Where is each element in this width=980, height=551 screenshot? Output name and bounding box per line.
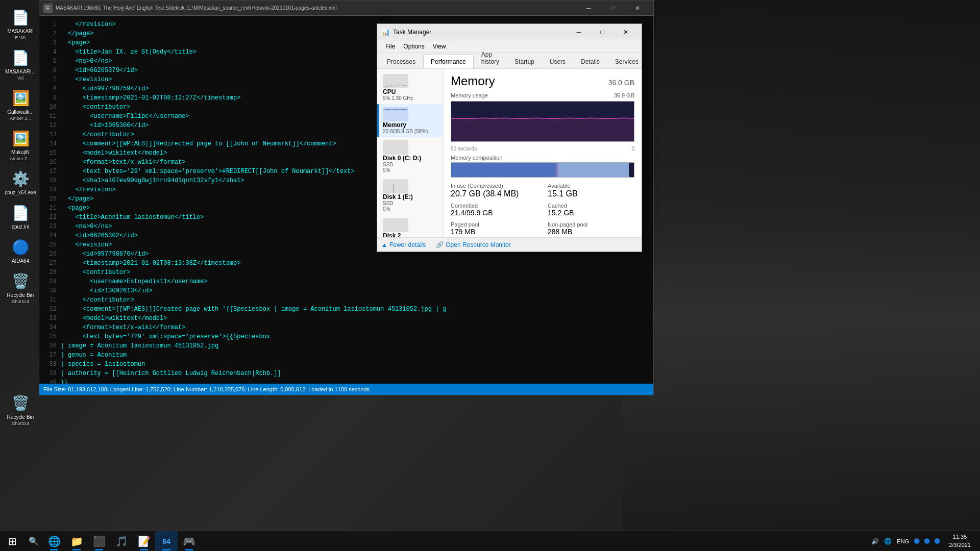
sidebar-item-disk1[interactable]: Disk 1 (E:) SSD 0% xyxy=(377,176,443,215)
mukujin-label: MukujiNAmber 2... xyxy=(10,149,31,162)
taskbar-app-explorer[interactable]: 📁 xyxy=(65,531,88,552)
sidebar-disk1-usage: 0% xyxy=(383,206,439,212)
menu-item-view[interactable]: View xyxy=(429,42,450,51)
desktop-icon-mukujin[interactable]: 🖼️ MukujiNAmber 2... xyxy=(2,126,39,164)
desktop-icon-cpuz[interactable]: 📄 cpuz.ini xyxy=(2,201,39,232)
editor-maximize-button[interactable]: □ xyxy=(601,1,625,16)
tab-details[interactable]: Details xyxy=(573,55,607,68)
code-line: 38| species = lasiostomun xyxy=(45,360,647,369)
task-manager-menu-bar: File Options View xyxy=(377,40,642,53)
task-manager-window-controls: ─ □ ✕ xyxy=(567,24,638,40)
taskbar-app-notepad[interactable]: 📝 xyxy=(133,531,155,552)
aida64-label: AIDA64 xyxy=(12,258,29,264)
systray-volume[interactable]: 🔊 xyxy=(869,538,881,545)
taskbar-search-button[interactable]: 🔍 xyxy=(24,531,43,552)
task-manager-maximize-button[interactable]: □ xyxy=(591,24,614,40)
tab-app-history[interactable]: App history xyxy=(474,47,507,68)
taskbar-app-edge[interactable]: 🌐 xyxy=(43,531,65,552)
taskbar: ⊞ 🔍 🌐 📁 ⬛ 🎵 📝 64 xyxy=(0,531,980,551)
tab-services[interactable]: Services xyxy=(607,55,646,68)
cpuz-label: cpuz.ini xyxy=(12,224,29,230)
desktop-icon-masakari-2[interactable]: 📄 MASAKARI...Vol xyxy=(2,45,39,83)
tab-users[interactable]: Users xyxy=(542,55,573,68)
game-indicator xyxy=(162,549,170,550)
gallowalk-icon: 🖼️ xyxy=(10,88,31,108)
code-line: 30 <id>13092613</id> xyxy=(45,286,647,295)
tab-performance[interactable]: Performance xyxy=(423,55,474,68)
desktop-icon-masakari-1[interactable]: 📄 MASAKARIE:\M\ xyxy=(2,5,39,43)
memory-usage-graph-container xyxy=(451,101,634,142)
recycle-bin-label: Recycle BinShortcut xyxy=(7,414,34,427)
sidebar-disk0-label: Disk 0 (C: D:) xyxy=(383,155,439,162)
task-manager-window: 📊 Task Manager ─ □ ✕ File Options View P… xyxy=(377,23,642,252)
taskbar-app-media[interactable]: 🎵 xyxy=(110,531,133,552)
memory-time-label: 60 seconds xyxy=(451,146,477,152)
code-line: 34 <format>text/x-wiki</format> xyxy=(45,323,647,332)
open-resource-monitor-link[interactable]: 🔗 Open Resource Monitor xyxy=(436,241,510,248)
sidebar-item-disk2[interactable]: Disk 2 Removable 0% xyxy=(377,215,443,237)
code-line: 40}} xyxy=(45,378,647,384)
svg-rect-2 xyxy=(383,140,408,155)
sidebar-disk0-type: SSD xyxy=(383,162,439,167)
tab-startup[interactable]: Startup xyxy=(507,55,542,68)
systray-lang[interactable]: ENG xyxy=(895,538,911,544)
systray-extra1[interactable]: 🔵 xyxy=(912,538,921,544)
sidebar-memory-label: Memory xyxy=(383,121,439,129)
sidebar-cpu-label: CPU xyxy=(383,88,439,95)
systray-network[interactable]: 🌐 xyxy=(882,538,894,545)
cached-label: Cached xyxy=(548,203,634,209)
code-line: 39| authority = [[Heinrich Gottlieb Ludw… xyxy=(45,369,647,378)
fewer-details-button[interactable]: ▲ Fewer details xyxy=(381,241,426,248)
memory-header: Memory 36.0 GB xyxy=(451,74,634,88)
composition-bar xyxy=(451,162,634,178)
sidebar-disk0-usage: 0% xyxy=(383,167,439,173)
task-manager-icon: 📊 xyxy=(381,28,390,36)
sidebar-item-cpu[interactable]: CPU 9% 1.30 GHz xyxy=(377,71,443,104)
memory-time-zero: 0 xyxy=(631,146,634,152)
stat-in-use: In use (Compressed) 20.7 GB (38.4 MB) xyxy=(451,183,537,198)
menu-item-options[interactable]: Options xyxy=(399,42,428,51)
task-manager-tabs: Processes Performance App history Startu… xyxy=(377,53,642,69)
extra-indicator xyxy=(185,549,193,550)
stat-non-paged-pool: Non-paged pool 288 MB xyxy=(548,221,634,236)
desktop-icon-aida64[interactable]: 🔵 AIDA64 xyxy=(2,235,39,266)
paged-pool-value: 179 MB xyxy=(451,228,537,236)
stat-committed: Committed 21.4/99.9 GB xyxy=(451,203,537,217)
desktop-icon-gallowalk[interactable]: 🖼️ Gallowalk...Amber 2... xyxy=(2,86,39,123)
sidebar-disk2-label: Disk 2 xyxy=(383,232,439,237)
systray-extra2[interactable]: 🔵 xyxy=(922,538,932,544)
taskbar-clock[interactable]: 11:35 2/3/2021 xyxy=(944,533,976,549)
code-line: 27 <timestamp>2021-01-02T08:13:38Z</time… xyxy=(45,259,647,268)
aida64-icon: 🔵 xyxy=(10,237,31,257)
extra-icon: 🎮 xyxy=(183,535,195,547)
open-resource-monitor-label: Open Resource Monitor xyxy=(446,241,510,248)
non-paged-pool-value: 288 MB xyxy=(548,228,634,236)
editor-minimize-button[interactable]: ─ xyxy=(577,1,600,16)
menu-item-file[interactable]: File xyxy=(381,42,399,51)
code-line: 35 <text bytes='729' xml:space='preserve… xyxy=(45,332,647,341)
desktop-icon-recycle-bin[interactable]: 🗑️ Recycle BinShortcut xyxy=(2,269,39,307)
sidebar-item-memory[interactable]: Memory 20.8/35.9 GB (58%) xyxy=(377,104,443,137)
systray-icons: 🔊 🌐 ENG 🔵 🔵 🔵 xyxy=(869,538,942,545)
in-use-label: In use (Compressed) xyxy=(451,183,537,189)
taskbar-app-game[interactable]: 64 xyxy=(155,531,178,552)
taskbar-app-cmd[interactable]: ⬛ xyxy=(88,531,110,552)
systray-extra3[interactable]: 🔵 xyxy=(933,538,942,544)
task-manager-minimize-button[interactable]: ─ xyxy=(567,24,591,40)
editor-status-bar: File Size: 81,193,612,108; Longest Line:… xyxy=(39,384,653,395)
editor-window-controls: ─ □ ✕ xyxy=(577,1,649,16)
sidebar-item-disk0[interactable]: Disk 0 (C: D:) SSD 0% xyxy=(377,137,443,176)
desktop-icon-cpuz-x64[interactable]: ⚙️ cpuz_x64.exe xyxy=(2,166,39,198)
editor-title: MASAKARI 198x60, The 'Holy Axe' English … xyxy=(56,5,577,11)
svg-rect-4 xyxy=(383,218,408,232)
start-button[interactable]: ⊞ xyxy=(0,531,24,552)
task-manager-footer: ▲ Fewer details 🔗 Open Resource Monitor xyxy=(377,237,642,252)
taskbar-app-extra[interactable]: 🎮 xyxy=(178,531,200,552)
code-line: 32 <comment>[[WP:AES|‌]]Created page wit… xyxy=(45,305,647,314)
editor-close-button[interactable]: ✕ xyxy=(626,1,649,16)
task-manager-close-button[interactable]: ✕ xyxy=(614,24,638,40)
sidebar-memory-detail: 20.8/35.9 GB (58%) xyxy=(383,129,439,134)
memory-graph-mini xyxy=(383,107,408,121)
tab-processes[interactable]: Processes xyxy=(379,55,423,68)
desktop-icon-recycle-bin[interactable]: 🗑️ Recycle BinShortcut xyxy=(2,391,39,429)
